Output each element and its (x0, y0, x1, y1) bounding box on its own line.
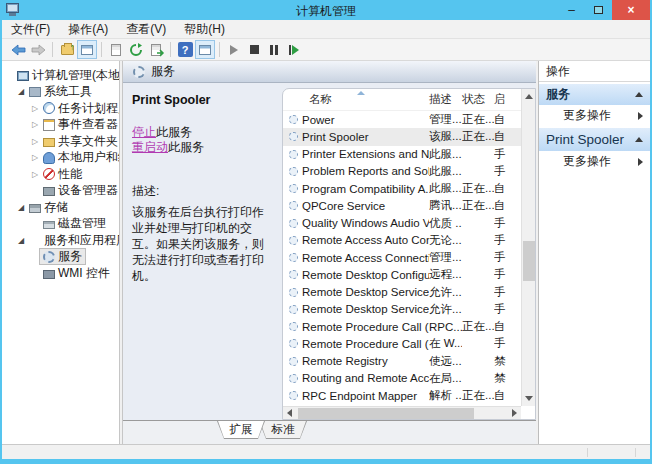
tree-item[interactable]: 设备管理器 (2, 183, 119, 200)
tree-item[interactable]: 任务计划程序 (2, 100, 119, 117)
service-status-cell: 正在... (462, 198, 494, 213)
actions-section-print-spooler[interactable]: Print Spooler (539, 128, 650, 151)
horizontal-scrollbar[interactable] (283, 406, 521, 419)
menu-help[interactable]: 帮助(H) (175, 21, 234, 38)
service-description: 该服务在后台执行打印作业并处理与打印机的交互。如果关闭该服务，则无法进行打印或查… (132, 204, 274, 284)
horizontal-scroll-thumb[interactable] (298, 408, 474, 419)
service-row[interactable]: Remote Registry 使远... 禁 (283, 353, 535, 370)
more-actions-services[interactable]: 更多操作 (539, 105, 650, 126)
pause-icon (270, 45, 278, 55)
service-desc-cell: 管理... (429, 112, 462, 127)
collapse-icon[interactable] (635, 92, 643, 97)
menu-file[interactable]: 文件(F) (2, 21, 59, 38)
service-name-cell: Power (302, 114, 335, 126)
column-header-description[interactable]: 描述 (429, 92, 462, 107)
forward-button[interactable] (28, 40, 48, 59)
tree-item[interactable]: 磁盘管理 (2, 216, 119, 233)
tree-item[interactable]: 性能 (2, 166, 119, 183)
tree-item[interactable]: 服务和应用程序 (2, 232, 119, 249)
collapse-icon[interactable] (635, 137, 643, 142)
maximize-button[interactable] (585, 0, 612, 20)
service-row[interactable]: Printer Extensions and N... 此服... 手 (283, 146, 535, 163)
column-header-status[interactable]: 状态 (462, 92, 494, 107)
refresh-icon (129, 43, 143, 57)
service-row[interactable]: QPCore Service 腾讯... 正在... 自 (283, 197, 535, 214)
service-row[interactable]: Remote Access Connecti... 管理... 手 (283, 249, 535, 266)
actions-title: 操作 (539, 61, 650, 82)
service-gear-icon (289, 253, 298, 262)
service-row[interactable]: Routing and Remote Acc... 在局... 禁 (283, 370, 535, 387)
tree-expander[interactable] (16, 87, 26, 96)
tree-expander[interactable] (30, 137, 40, 146)
tree-item[interactable]: 计算机管理(本地) (2, 67, 119, 84)
tree-item[interactable]: 服务 (2, 249, 119, 266)
back-button[interactable] (8, 40, 28, 59)
toolbar-separator (170, 42, 171, 57)
services-center-panel: 服务 Print Spooler 停止此服务 重启动此服务 描述: 该服务在后台… (122, 61, 536, 444)
service-row[interactable]: Remote Access Auto Con... 无论... 手 (283, 232, 535, 249)
console-window-button[interactable] (77, 40, 97, 59)
left-splitter[interactable] (120, 61, 122, 444)
minimize-button[interactable]: – (558, 0, 585, 20)
service-row[interactable]: Remote Procedure Call (... 在 W... 手 (283, 335, 535, 352)
export-folder-button[interactable] (57, 40, 77, 59)
service-action-link-line: 重启动此服务 (132, 140, 274, 155)
tab-standard[interactable]: 标准 (259, 421, 307, 439)
service-row[interactable]: Print Spooler 该服... 正在... 自 (283, 128, 535, 145)
column-header-startup[interactable]: 启 (494, 92, 522, 107)
show-console-tree-button[interactable] (195, 40, 215, 59)
tree-expander[interactable] (30, 170, 40, 179)
scroll-up-icon[interactable] (525, 94, 533, 99)
tree-item[interactable]: 系统工具 (2, 84, 119, 101)
refresh-button[interactable] (126, 40, 146, 59)
pause-service-button[interactable] (264, 40, 284, 59)
list-view-button[interactable] (106, 40, 126, 59)
menu-action[interactable]: 操作(A) (59, 21, 117, 38)
tree-item[interactable]: 本地用户和组 (2, 150, 119, 167)
resume-service-button[interactable] (284, 40, 304, 59)
scroll-right-icon[interactable] (512, 409, 517, 417)
service-action-link[interactable]: 重启动 (132, 140, 168, 154)
start-service-button[interactable] (224, 40, 244, 59)
device-manager-icon (43, 187, 55, 196)
tree-expander[interactable] (30, 120, 40, 129)
more-actions-print-spooler[interactable]: 更多操作 (539, 151, 650, 172)
service-startup-cell: 自 (494, 388, 522, 403)
tree-item[interactable]: 事件查看器 (2, 117, 119, 134)
column-header-name[interactable]: 名称 (283, 92, 429, 107)
close-button[interactable]: × (612, 0, 650, 20)
scroll-down-icon[interactable] (525, 396, 533, 401)
vertical-scroll-thumb[interactable] (523, 241, 535, 281)
service-desc-cell: 管理... (429, 250, 462, 265)
tab-extended[interactable]: 扩展 (217, 421, 265, 439)
menu-view[interactable]: 查看(V) (117, 21, 175, 38)
service-row[interactable]: Problem Reports and Sol... 此服... 手 (283, 163, 535, 180)
service-row[interactable]: Remote Desktop Services 允许... 手 (283, 284, 535, 301)
actions-section-services[interactable]: 服务 (539, 84, 650, 105)
service-row[interactable]: Remote Desktop Configu... 远程... 手 (283, 266, 535, 283)
service-row[interactable]: Power 管理... 正在... 自 (283, 111, 535, 128)
service-gear-icon (289, 322, 298, 331)
service-row[interactable]: RPC Endpoint Mapper 解析 ... 正在... 自 (283, 387, 535, 404)
tree-expander[interactable] (30, 153, 40, 162)
service-action-link[interactable]: 停止 (132, 125, 156, 139)
service-row[interactable]: Quality Windows Audio V... 优质 ... 手 (283, 215, 535, 232)
help-button[interactable]: ? (175, 40, 195, 59)
export-list-button[interactable] (146, 40, 166, 59)
scroll-left-icon[interactable] (287, 409, 292, 417)
service-name-cell: Problem Reports and Sol... (302, 165, 429, 177)
service-row[interactable]: Program Compatibility A... 此服... 正在... 自 (283, 180, 535, 197)
tree-item[interactable]: WMI 控件 (2, 265, 119, 282)
tree-item[interactable]: 存储 (2, 199, 119, 216)
play-icon (230, 45, 238, 55)
stop-service-button[interactable] (244, 40, 264, 59)
vertical-scrollbar[interactable] (521, 89, 535, 406)
stop-icon (250, 45, 259, 54)
services-header-label: 服务 (151, 63, 175, 80)
tree-expander[interactable] (30, 104, 40, 113)
tree-expander[interactable] (16, 236, 26, 245)
service-row[interactable]: Remote Desktop Service... 允许... 手 (283, 301, 535, 318)
tree-expander[interactable] (16, 203, 26, 212)
service-row[interactable]: Remote Procedure Call (... RPC... 正在... … (283, 318, 535, 335)
tree-item[interactable]: 共享文件夹 (2, 133, 119, 150)
